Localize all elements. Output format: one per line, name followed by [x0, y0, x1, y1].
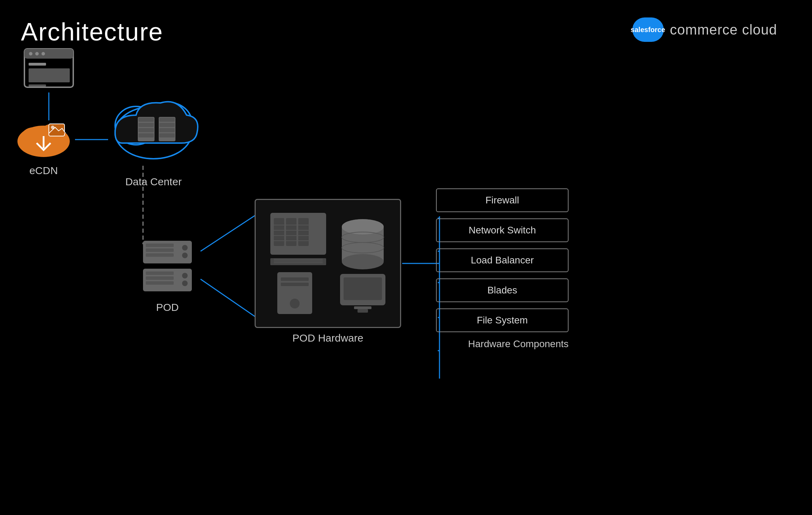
- salesforce-logo: salesforce commerce cloud: [632, 17, 777, 42]
- svg-rect-53: [286, 218, 296, 246]
- pod-hardware-db-icon: [337, 209, 389, 318]
- svg-point-49: [182, 273, 188, 278]
- pod-hardware-container: POD Hardware: [255, 199, 401, 344]
- svg-rect-83: [354, 306, 371, 309]
- svg-rect-84: [358, 309, 368, 313]
- svg-rect-40: [146, 244, 174, 247]
- pod-icon: [136, 237, 199, 297]
- svg-rect-33: [138, 133, 154, 137]
- page-title: Architecture: [21, 17, 163, 46]
- svg-rect-38: [159, 133, 175, 137]
- hw-blades-box: Blades: [436, 278, 569, 302]
- pod-label: POD: [136, 301, 199, 313]
- svg-rect-35: [159, 118, 175, 122]
- svg-point-43: [182, 245, 188, 251]
- browser-icon: [21, 45, 77, 91]
- hw-load-balancer-box: Load Balancer: [436, 248, 569, 272]
- svg-point-16: [42, 52, 45, 55]
- svg-rect-48: [146, 281, 174, 285]
- pod-hardware-label: POD Hardware: [255, 332, 401, 344]
- svg-rect-36: [159, 123, 175, 127]
- svg-rect-42: [146, 253, 174, 257]
- svg-rect-73: [281, 283, 309, 286]
- svg-point-74: [290, 299, 300, 308]
- svg-rect-32: [138, 128, 154, 132]
- hardware-components-container: Firewall Network Switch Load Balancer Bl…: [436, 188, 569, 350]
- svg-rect-82: [344, 277, 382, 300]
- hw-firewall-box: Firewall: [436, 188, 569, 212]
- salesforce-cloud-icon: salesforce: [632, 17, 664, 42]
- ecdn-label: eCDN: [14, 165, 73, 177]
- svg-point-77: [342, 254, 384, 269]
- salesforce-brand-text: commerce cloud: [670, 22, 777, 38]
- svg-rect-30: [138, 118, 154, 122]
- svg-point-14: [29, 52, 32, 55]
- ecdn-container: eCDN: [14, 115, 73, 177]
- datacenter-container: Data Center: [105, 94, 202, 188]
- pod-container: POD: [136, 237, 199, 313]
- hw-network-switch-box: Network Switch: [436, 218, 569, 242]
- svg-rect-19: [29, 84, 46, 87]
- hardware-components-label: Hardware Components: [436, 338, 569, 350]
- svg-rect-54: [298, 218, 309, 246]
- pod-hardware-box: [255, 199, 401, 328]
- datacenter-label: Data Center: [105, 176, 202, 188]
- ecdn-icon: [14, 115, 73, 161]
- svg-rect-37: [159, 128, 175, 132]
- svg-point-15: [35, 52, 39, 55]
- hw-file-system-box: File System: [436, 308, 569, 332]
- svg-rect-31: [138, 123, 154, 127]
- pod-hardware-server-icon: [267, 209, 330, 318]
- svg-rect-52: [274, 218, 284, 246]
- svg-rect-17: [29, 63, 46, 66]
- svg-rect-47: [146, 276, 174, 280]
- svg-rect-46: [146, 271, 174, 275]
- svg-line-4: [201, 279, 256, 318]
- svg-rect-18: [29, 68, 70, 82]
- svg-line-3: [201, 215, 256, 251]
- svg-point-44: [182, 253, 188, 258]
- svg-rect-72: [281, 277, 309, 281]
- svg-point-50: [182, 281, 188, 286]
- salesforce-cloud-text: salesforce: [631, 25, 665, 34]
- datacenter-icon: [105, 94, 202, 171]
- svg-rect-41: [146, 248, 174, 252]
